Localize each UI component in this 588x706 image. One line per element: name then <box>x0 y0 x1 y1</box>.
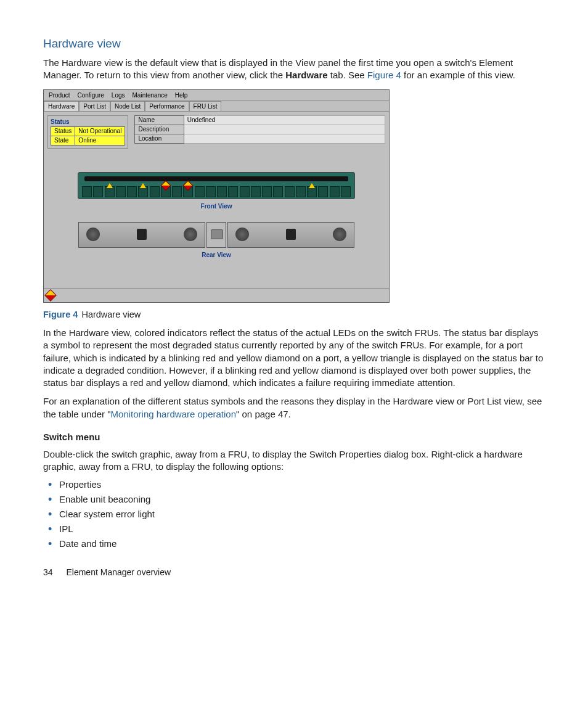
tab-node-list[interactable]: Node List <box>110 101 145 111</box>
menu-configure[interactable]: Configure <box>73 91 107 100</box>
paragraph-4: Double-click the switch graphic, away fr… <box>43 448 545 474</box>
port-icon[interactable] <box>341 186 351 197</box>
info-key-2: Location <box>135 134 184 143</box>
switch-rear-graphic[interactable] <box>78 222 354 248</box>
info-val-1 <box>184 125 385 134</box>
menu-logs[interactable]: Logs <box>108 91 129 100</box>
status-bar <box>44 288 389 302</box>
port-icon[interactable] <box>93 186 103 197</box>
list-item: Clear system error light <box>59 509 545 519</box>
section-heading: Hardware view <box>43 37 545 51</box>
menu-product[interactable]: Product <box>45 91 73 100</box>
info-val-2 <box>184 134 385 143</box>
menu-help[interactable]: Help <box>171 91 192 100</box>
psu-module[interactable] <box>78 222 205 248</box>
menu-maintenance[interactable]: Maintenance <box>129 91 171 100</box>
list-item: Properties <box>59 479 545 490</box>
info-key-1: Description <box>135 125 184 134</box>
intro-text-c: for an example of this view. <box>401 70 515 80</box>
figure-text: Hardware view <box>81 310 141 319</box>
port-icon[interactable] <box>240 186 250 197</box>
port-icon[interactable] <box>251 186 261 197</box>
port-icon[interactable] <box>206 186 216 197</box>
tab-port-list[interactable]: Port List <box>79 101 110 111</box>
port-icon[interactable] <box>262 186 272 197</box>
status-val-1: Online <box>75 136 125 145</box>
status-key-0: Status <box>51 126 75 136</box>
figure-caption: Figure 4Hardware view <box>43 309 545 321</box>
list-item: IPL <box>59 523 545 534</box>
rear-view-label: Rear View <box>47 252 385 258</box>
paragraph-2: In the Hardware view, colored indicators… <box>43 327 545 389</box>
port-icon[interactable] <box>138 186 148 197</box>
list-item: Enable unit beaconing <box>59 494 545 504</box>
rear-view: Rear View <box>47 222 385 258</box>
port-icon[interactable] <box>161 186 171 197</box>
figure-link[interactable]: Figure 4 <box>367 70 401 80</box>
info-val-0: Undefined <box>184 115 385 125</box>
para3-b: " on page 47. <box>236 409 291 419</box>
status-table: Status Not Operational State Online <box>51 126 125 146</box>
hardware-view-screenshot: Product Configure Logs Maintenance Help … <box>43 89 390 303</box>
port-icon[interactable] <box>116 186 126 197</box>
port-icon[interactable] <box>82 186 92 197</box>
port-icon[interactable] <box>127 186 137 197</box>
front-view-label: Front View <box>47 203 385 210</box>
tabbar: Hardware Port List Node List Performance… <box>44 101 389 112</box>
port-icon[interactable] <box>195 186 205 197</box>
paragraph-3: For an explanation of the different stat… <box>43 395 545 421</box>
list-item: Date and time <box>59 538 545 549</box>
status-box: Status Status Not Operational State Onli… <box>47 115 128 149</box>
status-key-1: State <box>51 136 75 145</box>
switch-front-graphic[interactable] <box>78 172 355 199</box>
port-icon[interactable] <box>217 186 227 197</box>
switch-menu-heading: Switch menu <box>43 432 545 442</box>
hardware-bold: Hardware <box>285 70 327 80</box>
intro-paragraph: The Hardware view is the default view th… <box>43 57 545 82</box>
front-view: Front View <box>47 172 385 210</box>
info-key-0: Name <box>135 115 184 125</box>
footer-text: Element Manager overview <box>66 567 171 577</box>
port-icon[interactable] <box>307 186 317 197</box>
port-icon[interactable] <box>296 186 306 197</box>
port-icon[interactable] <box>228 186 238 197</box>
port-icon[interactable] <box>150 186 160 197</box>
tab-performance[interactable]: Performance <box>145 101 189 111</box>
status-title: Status <box>51 118 125 125</box>
status-diamond-icon <box>44 289 57 302</box>
connector-module[interactable] <box>206 222 226 248</box>
port-icon[interactable] <box>318 186 328 197</box>
figure-label: Figure 4 <box>43 310 78 319</box>
panel: Status Status Not Operational State Onli… <box>44 112 389 288</box>
page-footer: 34 Element Manager overview <box>43 567 545 577</box>
tab-fru-list[interactable]: FRU List <box>189 101 222 111</box>
monitoring-link[interactable]: Monitoring hardware operation <box>111 409 236 419</box>
port-icon[interactable] <box>285 186 295 197</box>
psu-module[interactable] <box>227 222 354 248</box>
port-icon[interactable] <box>183 186 193 197</box>
port-icon[interactable] <box>105 186 115 197</box>
port-icon[interactable] <box>330 186 340 197</box>
menubar: Product Configure Logs Maintenance Help <box>44 90 389 101</box>
page-number: 34 <box>43 567 53 577</box>
port-icon[interactable] <box>273 186 283 197</box>
info-table: Name Undefined Description Location <box>134 115 385 144</box>
status-val-0: Not Operational <box>75 126 125 136</box>
tab-hardware[interactable]: Hardware <box>44 101 79 111</box>
intro-text-b: tab. See <box>328 70 367 80</box>
port-icon[interactable] <box>172 186 182 197</box>
options-list: Properties Enable unit beaconing Clear s… <box>43 479 545 549</box>
